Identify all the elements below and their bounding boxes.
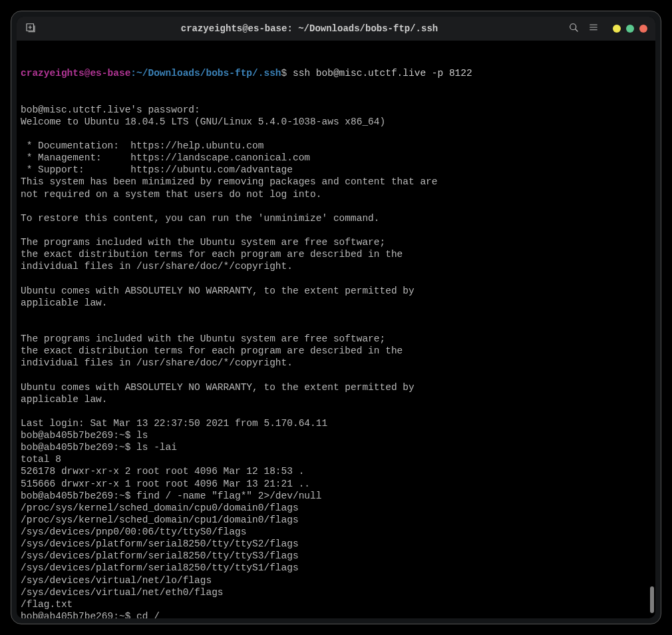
terminal-output-line: bob@ab405b7be269:~$ cd / [21, 610, 651, 618]
terminal-output-line: applicable law. [21, 393, 651, 405]
prompt-user: crazyeights@es-base [21, 68, 130, 79]
terminal-output-line: /sys/devices/virtual/net/lo/flags [21, 574, 651, 586]
terminal-output-line: bob@ab405b7be269:~$ ls [21, 429, 651, 441]
terminal-output-line: /proc/sys/kernel/sched_domain/cpu0/domai… [21, 502, 651, 514]
terminal-output-line [21, 405, 651, 417]
terminal-output-line: bob@misc.utctf.live's password: [21, 104, 651, 116]
maximize-button[interactable] [626, 25, 634, 33]
terminal-output-line: bob@ab405b7be269:~$ find / -name "flag*"… [21, 490, 651, 502]
terminal-output-line: Welcome to Ubuntu 18.04.5 LTS (GNU/Linux… [21, 116, 651, 128]
terminal-output-line: Last login: Sat Mar 13 22:37:50 2021 fro… [21, 417, 651, 429]
terminal-output-line: * Support: https://ubuntu.com/advantage [21, 164, 651, 176]
hamburger-menu-icon[interactable] [588, 21, 599, 36]
terminal-output-line: individual files in /usr/share/doc/*/cop… [21, 260, 651, 272]
minimize-button[interactable] [613, 25, 621, 33]
close-button[interactable] [639, 25, 647, 33]
terminal-output-line: Ubuntu comes with ABSOLUTELY NO WARRANTY… [21, 285, 651, 297]
terminal-output-line: /proc/sys/kernel/sched_domain/cpu1/domai… [21, 514, 651, 526]
terminal-output-line [21, 224, 651, 236]
terminal-output-line: applicable law. [21, 297, 651, 309]
window-controls [613, 25, 647, 33]
terminal-output-line [21, 272, 651, 284]
window-title: crazyeights@es-base: ~/Downloads/bobs-ft… [51, 23, 568, 34]
prompt-sep: : [130, 68, 136, 79]
terminal-output-line: To restore this content, you can run the… [21, 212, 651, 224]
terminal-output-line: individual files in /usr/share/doc/*/cop… [21, 357, 651, 369]
terminal-output-line: /sys/devices/platform/serial8250/tty/tty… [21, 538, 651, 550]
prompt-path: ~/Downloads/bobs-ftp/.ssh [136, 68, 281, 79]
search-icon[interactable] [568, 21, 580, 36]
prompt-symbol: $ [281, 68, 293, 79]
terminal-output-line: This system has been minimized by removi… [21, 176, 651, 188]
svg-point-0 [570, 24, 576, 30]
terminal-output-line: * Documentation: https://help.ubuntu.com [21, 140, 651, 152]
terminal-output-line: total 8 [21, 453, 651, 465]
terminal-output-line [21, 369, 651, 381]
terminal-output-line: The programs included with the Ubuntu sy… [21, 236, 651, 248]
terminal-output-line: Ubuntu comes with ABSOLUTELY NO WARRANTY… [21, 381, 651, 393]
terminal-output-line: /sys/devices/pnp0/00:06/tty/ttyS0/flags [21, 526, 651, 538]
titlebar: crazyeights@es-base: ~/Downloads/bobs-ft… [17, 17, 655, 41]
terminal-window: crazyeights@es-base: ~/Downloads/bobs-ft… [11, 11, 661, 624]
terminal-body[interactable]: crazyeights@es-base:~/Downloads/bobs-ftp… [17, 41, 655, 618]
new-tab-icon[interactable] [25, 21, 37, 36]
terminal-output-line: not required on a system that users do n… [21, 188, 651, 200]
terminal-output-line [21, 321, 651, 333]
terminal-output-line: /sys/devices/virtual/net/eth0/flags [21, 586, 651, 598]
terminal-output-line: * Management: https://landscape.canonica… [21, 152, 651, 164]
terminal-output-line: bob@ab405b7be269:~$ ls -lai [21, 441, 651, 453]
terminal-output-line [21, 128, 651, 140]
terminal-output-line: 515666 drwxr-xr-x 1 root root 4096 Mar 1… [21, 478, 651, 490]
terminal-output-line: /sys/devices/platform/serial8250/tty/tty… [21, 562, 651, 574]
terminal-output-line: the exact distribution terms for each pr… [21, 345, 651, 357]
terminal-output-line: /sys/devices/platform/serial8250/tty/tty… [21, 550, 651, 562]
prompt-line: crazyeights@es-base:~/Downloads/bobs-ftp… [21, 67, 651, 79]
terminal-output-line: 526178 drwxr-xr-x 2 root root 4096 Mar 1… [21, 465, 651, 477]
terminal-output-line [21, 309, 651, 321]
terminal-output-line: the exact distribution terms for each pr… [21, 248, 651, 260]
scrollbar-thumb[interactable] [650, 586, 654, 613]
terminal-output-line: /flag.txt [21, 598, 651, 610]
terminal-inner: crazyeights@es-base: ~/Downloads/bobs-ft… [17, 17, 655, 618]
terminal-output-line: The programs included with the Ubuntu sy… [21, 333, 651, 345]
command-text: ssh bob@misc.utctf.live -p 8122 [293, 68, 472, 79]
terminal-output-line [21, 200, 651, 212]
